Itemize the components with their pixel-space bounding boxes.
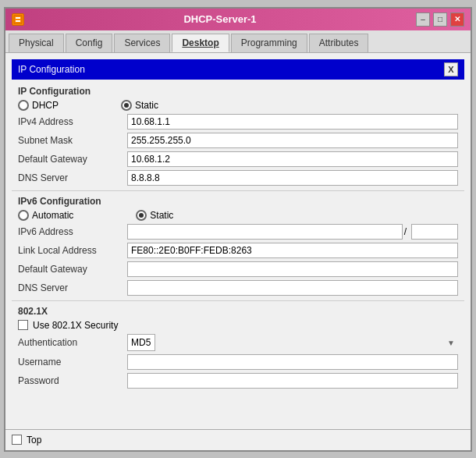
use-dot1x-row: Use 802.1X Security xyxy=(12,320,464,331)
ipv6-static-option[interactable]: Static xyxy=(136,210,173,221)
password-row: Password xyxy=(12,373,464,389)
ipv4-default-gateway-row: Default Gateway xyxy=(12,151,464,167)
divider-2 xyxy=(12,300,464,301)
ipv6-default-gateway-input[interactable] xyxy=(127,261,458,277)
dhcp-radio-option[interactable]: DHCP xyxy=(18,100,59,111)
ipv4-address-row: IPv4 Address xyxy=(12,114,464,130)
auth-select[interactable]: MD5 xyxy=(127,334,155,351)
ipv6-address-label: IPv6 Address xyxy=(18,226,127,237)
ip-config-close[interactable]: X xyxy=(444,62,458,76)
ipv4-default-gateway-input[interactable] xyxy=(127,151,458,167)
ipv4-default-gateway-label: Default Gateway xyxy=(18,154,127,165)
close-button[interactable]: ✕ xyxy=(450,12,464,27)
tab-config[interactable]: Config xyxy=(66,34,113,52)
password-input[interactable] xyxy=(127,373,458,389)
subnet-mask-input[interactable] xyxy=(127,133,458,148)
tab-physical[interactable]: Physical xyxy=(9,34,64,52)
ipv6-dns-label: DNS Server xyxy=(18,282,127,293)
static-label: Static xyxy=(135,100,158,111)
bottom-bar: Top xyxy=(5,429,471,450)
content-area: IP Configuration X IP Configuration DHCP… xyxy=(5,53,471,429)
ipv6-default-gateway-label: Default Gateway xyxy=(18,264,127,275)
select-arrow-icon: ▼ xyxy=(447,338,455,346)
username-input[interactable] xyxy=(127,354,458,370)
ipv6-address-input[interactable] xyxy=(127,224,403,240)
ipv6-auto-option[interactable]: Automatic xyxy=(18,210,73,221)
password-label: Password xyxy=(18,375,127,386)
ipv6-static-radio[interactable] xyxy=(136,210,147,221)
ipv4-dns-label: DNS Server xyxy=(18,172,127,183)
maximize-button[interactable]: □ xyxy=(433,12,447,27)
svg-rect-2 xyxy=(16,20,20,22)
ipv6-auto-radio[interactable] xyxy=(18,210,29,221)
divider-1 xyxy=(12,190,464,191)
dhcp-radio[interactable] xyxy=(18,100,29,111)
window-title: DHCP-Server-1 xyxy=(24,13,416,25)
tab-programming[interactable]: Programming xyxy=(231,34,307,52)
ipv6-prefix-input[interactable] xyxy=(411,224,458,240)
ipv6-slash: / xyxy=(403,226,408,237)
ipv4-mode-row: DHCP Static xyxy=(18,100,458,111)
use-dot1x-label: Use 802.1X Security xyxy=(33,320,118,331)
static-radio[interactable] xyxy=(121,100,132,111)
username-row: Username xyxy=(12,354,464,370)
window-controls: – □ ✕ xyxy=(416,12,464,27)
ipv6-static-label: Static xyxy=(150,210,173,221)
main-window: DHCP-Server-1 – □ ✕ Physical Config Serv… xyxy=(4,7,472,452)
static-radio-option[interactable]: Static xyxy=(121,100,158,111)
link-local-input[interactable] xyxy=(127,243,458,258)
ipv4-dns-row: DNS Server xyxy=(12,170,464,186)
subnet-mask-label: Subnet Mask xyxy=(18,135,127,146)
svg-rect-0 xyxy=(14,16,22,23)
app-icon xyxy=(12,13,24,26)
ipv4-address-label: IPv4 Address xyxy=(18,116,127,127)
ipv6-section-label: IPv6 Configuration xyxy=(18,196,464,207)
link-local-row: Link Local Address xyxy=(12,243,464,258)
ip-config-header: IP Configuration X xyxy=(12,59,464,80)
auth-label: Authentication xyxy=(18,337,127,348)
subnet-mask-row: Subnet Mask xyxy=(12,133,464,148)
ipv6-auto-label: Automatic xyxy=(32,210,73,221)
auth-select-wrapper: MD5 ▼ xyxy=(127,334,458,351)
ipv4-dns-input[interactable] xyxy=(127,170,458,186)
top-label: Top xyxy=(27,435,41,446)
link-local-label: Link Local Address xyxy=(18,245,127,256)
top-checkbox[interactable] xyxy=(12,435,22,445)
svg-rect-1 xyxy=(16,17,20,19)
tab-desktop[interactable]: Desktop xyxy=(172,34,229,52)
tab-bar: Physical Config Services Desktop Program… xyxy=(5,30,471,53)
minimize-button[interactable]: – xyxy=(416,12,430,27)
tab-services[interactable]: Services xyxy=(114,34,170,52)
title-bar: DHCP-Server-1 – □ ✕ xyxy=(5,9,471,30)
auth-row: Authentication MD5 ▼ xyxy=(12,334,464,351)
ipv6-mode-row: Automatic Static xyxy=(18,210,458,221)
tab-attributes[interactable]: Attributes xyxy=(309,34,369,52)
use-dot1x-checkbox[interactable] xyxy=(18,320,28,330)
username-label: Username xyxy=(18,357,127,367)
dhcp-label: DHCP xyxy=(32,100,59,111)
ipv6-dns-input[interactable] xyxy=(127,280,458,296)
ipv4-address-input[interactable] xyxy=(127,114,458,130)
ipv6-default-gateway-row: Default Gateway xyxy=(12,261,464,277)
dot1x-section-label: 802.1X xyxy=(18,306,464,317)
ip-config-sub-label: IP Configuration xyxy=(18,86,464,97)
ipv6-address-row: IPv6 Address / xyxy=(12,224,464,240)
ipv6-dns-row: DNS Server xyxy=(12,280,464,296)
ip-config-title: IP Configuration xyxy=(18,64,85,75)
